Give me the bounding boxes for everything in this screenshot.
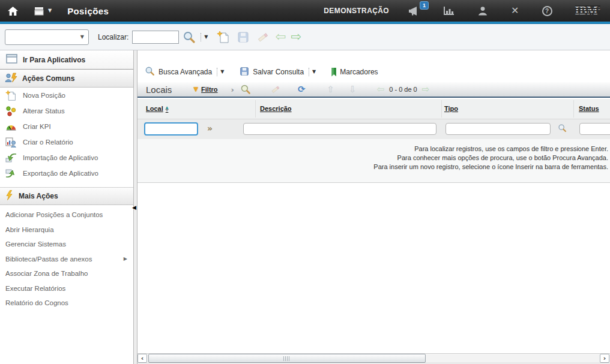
save-record-icon[interactable] (237, 31, 249, 43)
sidebar-item-label: Nova Posição (23, 92, 65, 99)
new-record-icon[interactable] (217, 31, 230, 44)
filter-local-input[interactable] (144, 122, 198, 136)
scrollbar-thumb[interactable] (148, 354, 426, 363)
ibm-logo: IBM® (575, 4, 600, 17)
refresh-icon[interactable]: ⟳ (298, 85, 306, 94)
kpi-gauge-icon (5, 122, 17, 131)
column-header-tipo[interactable]: Tipo (444, 105, 458, 112)
sidebar-item-label: Associar Zona de Trabalho (5, 270, 88, 277)
help-line: Para localizar registros, use os campos … (137, 145, 608, 154)
advanced-search-button[interactable]: Busca Avançada (145, 66, 212, 78)
sidebar-item-label: Criar o Relatório (23, 139, 73, 146)
import-icon (5, 153, 17, 163)
record-combobox[interactable]: ▼ (5, 29, 89, 45)
more-actions-header[interactable]: Mais Ações (0, 187, 133, 205)
app-header: ▼ Posições DEMONSTRAÇÃO 1 (0, 0, 610, 22)
column-divider (573, 100, 574, 118)
sidebar-item-label: Abrir Hierarquia (5, 226, 54, 233)
sidebar-item-executar-relatorios[interactable]: Executar Relatórios (0, 281, 133, 296)
sidebar-item-importacao[interactable]: Importação de Aplicativo (0, 150, 133, 166)
find-toolbar: ▼ Localizar: ▼ (0, 24, 610, 50)
search-icon (145, 66, 155, 78)
next-record-icon[interactable]: ⇨ (291, 31, 301, 43)
reports-chart-icon[interactable] (443, 7, 454, 16)
bookmarks-button[interactable]: Marcadores (331, 68, 378, 77)
filter-tipo-input[interactable] (445, 123, 551, 135)
tipo-lookup-icon[interactable] (558, 124, 567, 135)
scroll-left-button[interactable]: ‹ (137, 354, 147, 363)
query-toolbar: Busca Avançada ▼ Salvar Consulta ▼ (145, 66, 378, 78)
common-actions-title: Ações Comuns (22, 74, 74, 83)
save-query-caret-icon[interactable]: ▼ (312, 70, 316, 74)
filter-link[interactable]: Filtro (201, 86, 218, 93)
help-line: Para inserir um novo registro, selecione… (137, 163, 608, 172)
profile-icon[interactable] (477, 6, 488, 16)
sidebar-item-label: Relatório do Cognos (5, 299, 68, 306)
horizontal-scrollbar[interactable]: ‹ › (137, 353, 610, 363)
sidebar-item-biblioteca-anexos[interactable]: Biblioteca/Pastas de anexos ▶ (0, 252, 133, 267)
sidebar-item-alterar-status[interactable]: Alterar Status (0, 103, 133, 119)
page-title: Posições (67, 6, 109, 16)
scroll-right-button[interactable]: › (600, 354, 609, 363)
sidebar-item-label: Importação de Aplicativo (23, 154, 98, 161)
sidebar-item-exportacao[interactable]: Exportação de Aplicativo (0, 166, 133, 181)
toolbar-separator (309, 68, 309, 76)
save-query-button[interactable]: Salvar Consulta (240, 67, 304, 78)
export-icon (5, 169, 17, 178)
sidebar-item-adicionar-posicoes[interactable]: Adicionar Posições a Conjuntos (0, 207, 133, 222)
column-header-local[interactable]: Local ▲ ▼ (146, 105, 168, 112)
sidebar-item-associar-zona[interactable]: Associar Zona de Trabalho (0, 266, 133, 281)
sidebar-item-label: Criar KPI (23, 123, 51, 130)
applications-menu-icon[interactable]: ▼ (34, 7, 52, 16)
next-row-icon[interactable]: ⇩ (349, 85, 357, 94)
go-to-applications[interactable]: Ir Para Aplicativos (0, 50, 133, 70)
main-content: Busca Avançada ▼ Salvar Consulta ▼ (137, 50, 610, 364)
help-line: Para conhecer mais opções de procura, us… (137, 154, 608, 163)
help-icon[interactable]: ? (542, 6, 552, 16)
filter-status-input[interactable] (579, 123, 610, 135)
more-actions-list: Adicionar Posições a Conjuntos Abrir Hie… (0, 207, 133, 311)
search-icon[interactable] (240, 84, 251, 95)
localizar-label: Localizar: (98, 33, 128, 41)
toolbar-separator (217, 68, 217, 76)
sidebar-item-label: Executar Relatórios (5, 285, 65, 292)
expand-filter-icon[interactable]: › (231, 86, 234, 94)
action-sidebar: Ir Para Aplicativos Ações Comuns Nov (0, 50, 133, 364)
next-page-icon[interactable]: ⇨ (422, 85, 430, 94)
header-icon-group: 1 ✕ ? (408, 6, 575, 16)
previous-record-icon[interactable]: ⇦ (276, 31, 286, 43)
sidebar-item-relatorio-cognos[interactable]: Relatório do Cognos (0, 296, 133, 311)
column-header-status[interactable]: Status (579, 105, 599, 112)
clear-changes-icon[interactable] (256, 31, 270, 43)
notification-badge: 1 (420, 1, 429, 10)
search-options-caret-icon[interactable]: ▼ (204, 35, 208, 40)
bulletins-icon[interactable]: 1 (408, 7, 420, 16)
column-divider (441, 100, 442, 118)
toolbar-separator (201, 33, 201, 41)
collapse-sidebar-icon[interactable]: ◀ (132, 205, 136, 210)
common-actions-header[interactable]: Ações Comuns (0, 70, 133, 88)
home-icon[interactable] (7, 6, 19, 16)
sidebar-item-criar-kpi[interactable]: Criar KPI (0, 119, 133, 134)
advanced-search-caret-icon[interactable]: ▼ (220, 70, 224, 74)
search-icon[interactable] (183, 31, 196, 44)
expand-columns-icon[interactable]: » (207, 124, 213, 133)
sidebar-item-label: Biblioteca/Pastas de anexos (5, 255, 92, 263)
clear-filter-icon[interactable] (270, 85, 281, 94)
sidebar-item-label: Exportação de Aplicativo (23, 170, 98, 177)
sidebar-item-abrir-hierarquia[interactable]: Abrir Hierarquia (0, 222, 133, 237)
sidebar-item-nova-posicao[interactable]: Nova Posição (0, 88, 133, 103)
localizar-input[interactable] (132, 31, 179, 44)
filter-descricao-input[interactable] (243, 123, 436, 135)
sidebar-item-gerenciar-sistemas[interactable]: Gerenciar Sistemas (0, 237, 133, 252)
filter-triangle-icon: ▼ (193, 86, 198, 92)
sign-out-icon[interactable]: ✕ (511, 6, 519, 16)
environment-label: DEMONSTRAÇÃO (324, 7, 389, 15)
sidebar-splitter[interactable]: ◀ (133, 50, 137, 364)
sidebar-item-criar-relatorio[interactable]: Criar o Relatório (0, 134, 133, 150)
column-header-descricao[interactable]: Descrição (260, 105, 292, 112)
window-icon (6, 54, 17, 65)
previous-page-icon[interactable]: ⇦ (377, 85, 385, 94)
sidebar-item-label: Alterar Status (23, 107, 65, 115)
previous-row-icon[interactable]: ⇧ (327, 85, 335, 94)
